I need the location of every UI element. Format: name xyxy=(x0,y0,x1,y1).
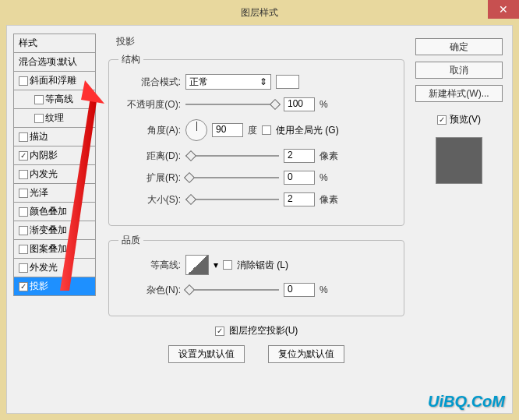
size-slider[interactable] xyxy=(185,195,279,204)
opacity-label: 不透明度(O): xyxy=(118,98,181,111)
size-unit: 像素 xyxy=(320,193,338,206)
contour-label: 等高线: xyxy=(118,259,181,272)
new-style-button[interactable]: 新建样式(W)... xyxy=(415,85,503,102)
style-item-11[interactable]: 投影 xyxy=(13,277,96,296)
contour-chevron-icon[interactable]: ▾ xyxy=(214,259,218,270)
distance-unit: 像素 xyxy=(320,150,338,163)
style-item-8[interactable]: 渐变叠加 xyxy=(13,221,96,240)
right-buttons: 确定 取消 新建样式(W)... 预览(V) xyxy=(415,38,503,184)
style-checkbox[interactable] xyxy=(19,226,28,235)
style-checkbox[interactable] xyxy=(19,207,28,217)
style-checkbox[interactable] xyxy=(19,189,28,198)
style-checkbox[interactable] xyxy=(19,263,28,273)
structure-group: 结构 混合模式: 正常 ⇕ 不透明度(O): 100 % 角度(A): xyxy=(108,53,404,226)
angle-dial[interactable] xyxy=(185,119,207,141)
style-checkbox[interactable] xyxy=(34,114,44,123)
blend-options-row[interactable]: 混合选项:默认 xyxy=(13,53,96,72)
style-item-2[interactable]: 纹理 xyxy=(13,109,96,128)
style-item-6[interactable]: 光泽 xyxy=(13,184,96,203)
preview-thumbnail xyxy=(436,137,482,184)
preview-label: 预览(V) xyxy=(450,113,481,126)
style-item-7[interactable]: 颜色叠加 xyxy=(13,203,96,221)
contour-picker[interactable] xyxy=(185,255,209,275)
distance-input[interactable]: 2 xyxy=(284,149,315,163)
style-checkbox[interactable] xyxy=(19,282,28,291)
noise-label: 杂色(N): xyxy=(118,284,181,297)
noise-unit: % xyxy=(320,284,328,295)
style-checkbox[interactable] xyxy=(19,151,28,161)
style-item-4[interactable]: 内阴影 xyxy=(13,146,96,165)
style-checkbox[interactable] xyxy=(19,245,28,254)
style-label: 内阴影 xyxy=(30,149,58,162)
style-label: 外发光 xyxy=(30,261,58,274)
dialog-body: 样式 混合选项:默认 斜面和浮雕等高线纹理描边内阴影内发光光泽颜色叠加渐变叠加图… xyxy=(6,25,513,414)
style-item-0[interactable]: 斜面和浮雕 xyxy=(13,72,96,90)
center-panel: 投影 结构 混合模式: 正常 ⇕ 不透明度(O): 100 % 角度 xyxy=(108,34,404,363)
watermark: UiBQ.CoM xyxy=(428,393,505,411)
style-label: 纹理 xyxy=(45,111,64,125)
style-item-9[interactable]: 图案叠加 xyxy=(13,240,96,259)
noise-input[interactable]: 0 xyxy=(284,283,315,297)
size-input[interactable]: 2 xyxy=(284,192,315,206)
style-label: 描边 xyxy=(30,130,48,143)
preview-checkbox[interactable] xyxy=(437,115,447,125)
quality-legend: 品质 xyxy=(118,234,143,247)
size-label: 大小(S): xyxy=(118,193,181,206)
antialias-label: 消除锯齿 (L) xyxy=(237,259,288,272)
style-checkbox[interactable] xyxy=(19,170,28,179)
style-checkbox[interactable] xyxy=(19,132,28,142)
style-label: 内发光 xyxy=(30,168,58,181)
set-default-button[interactable]: 设置为默认值 xyxy=(168,345,245,363)
opacity-unit: % xyxy=(320,99,328,110)
window-title: 图层样式 xyxy=(241,6,278,19)
style-item-10[interactable]: 外发光 xyxy=(13,259,96,277)
style-label: 渐变叠加 xyxy=(30,224,67,237)
style-checkbox[interactable] xyxy=(34,95,44,104)
angle-input[interactable]: 90 xyxy=(212,123,243,137)
style-item-1[interactable]: 等高线 xyxy=(13,90,96,109)
opacity-input[interactable]: 100 xyxy=(284,97,315,111)
distance-label: 距离(D): xyxy=(118,150,181,163)
quality-group: 品质 等高线: ▾ 消除锯齿 (L) 杂色(N): 0 % xyxy=(108,234,404,316)
style-label: 颜色叠加 xyxy=(30,205,67,218)
style-item-3[interactable]: 描边 xyxy=(13,128,96,146)
blend-mode-select[interactable]: 正常 ⇕ xyxy=(185,74,271,90)
opacity-slider[interactable] xyxy=(185,100,279,109)
style-label: 光泽 xyxy=(30,186,48,199)
spread-input[interactable]: 0 xyxy=(284,171,315,185)
cancel-button[interactable]: 取消 xyxy=(415,62,503,79)
titlebar: 图层样式 ✕ xyxy=(0,0,519,25)
antialias-checkbox[interactable] xyxy=(223,260,232,270)
styles-list: 样式 混合选项:默认 斜面和浮雕等高线纹理描边内阴影内发光光泽颜色叠加渐变叠加图… xyxy=(13,34,96,296)
spread-unit: % xyxy=(320,172,328,183)
global-light-checkbox[interactable] xyxy=(262,125,271,135)
spread-label: 扩展(R): xyxy=(118,171,181,185)
angle-unit: 度 xyxy=(248,124,257,137)
angle-label: 角度(A): xyxy=(118,124,181,137)
global-light-label: 使用全局光 (G) xyxy=(276,124,339,137)
knockout-checkbox[interactable] xyxy=(215,326,224,336)
close-button[interactable]: ✕ xyxy=(488,0,519,19)
shadow-color-swatch[interactable] xyxy=(276,75,299,89)
spread-slider[interactable] xyxy=(185,173,279,182)
style-label: 等高线 xyxy=(45,93,73,106)
knockout-label: 图层挖空投影(U) xyxy=(229,324,298,337)
distance-slider[interactable] xyxy=(185,151,279,161)
reset-default-button[interactable]: 复位为默认值 xyxy=(268,345,344,363)
structure-legend: 结构 xyxy=(118,53,143,66)
style-label: 投影 xyxy=(30,280,48,293)
styles-header[interactable]: 样式 xyxy=(13,34,96,53)
style-checkbox[interactable] xyxy=(19,76,28,86)
style-item-5[interactable]: 内发光 xyxy=(13,165,96,184)
panel-title: 投影 xyxy=(116,35,404,48)
blend-mode-label: 混合模式: xyxy=(118,76,181,89)
chevron-updown-icon: ⇕ xyxy=(260,76,267,87)
ok-button[interactable]: 确定 xyxy=(415,38,503,55)
noise-slider[interactable] xyxy=(185,285,279,295)
style-label: 斜面和浮雕 xyxy=(30,74,76,87)
style-label: 图案叠加 xyxy=(30,242,67,256)
